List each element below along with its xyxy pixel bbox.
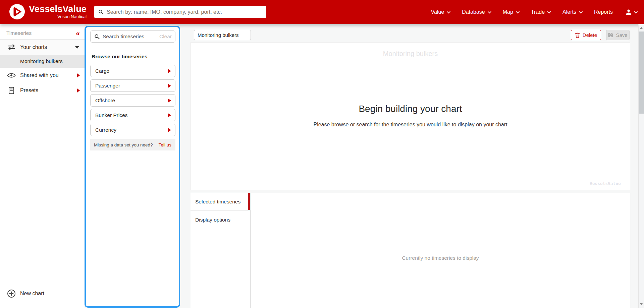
category-bunker-prices[interactable]: Bunker Prices [90, 109, 175, 121]
timeseries-detail-panel: Selected timeseries Display options Curr… [191, 193, 630, 308]
chart-title-watermark: Monitoring bulkers [191, 50, 630, 58]
chevron-down-icon [547, 10, 551, 13]
chart-credits-watermark: VesselsValue [590, 181, 621, 186]
browse-heading: Browse our timeseries [92, 54, 175, 60]
collapse-sidebar-icon[interactable]: « [76, 30, 80, 36]
global-search-input[interactable] [107, 9, 262, 15]
category-offshore[interactable]: Offshore [90, 94, 175, 107]
nav-database-label: Database [462, 9, 485, 15]
nav-alerts-label: Alerts [562, 9, 576, 15]
user-account-menu[interactable] [625, 9, 637, 15]
sidebar-item-shared-with-you[interactable]: Shared with you [0, 68, 85, 83]
search-icon [98, 9, 103, 14]
expand-right-icon [168, 113, 171, 117]
scroll-down-icon[interactable] [640, 303, 643, 305]
nav-reports-label: Reports [594, 9, 613, 15]
category-passenger[interactable]: Passenger [90, 79, 175, 92]
trash-icon [575, 32, 580, 38]
nav-map-label: Map [503, 9, 513, 15]
browse-timeseries-panel: Clear Browse our timeseries Cargo Passen… [85, 26, 180, 308]
your-charts-label: Your charts [20, 44, 47, 50]
chevron-down-icon [634, 10, 638, 13]
timeseries-sidebar: Timeseries « Your charts Monitoring bulk… [0, 24, 85, 308]
empty-chart-title: Begin building your chart [191, 104, 630, 114]
sidebar-header: Timeseries « [0, 24, 85, 39]
tab-label: Selected timeseries [195, 199, 240, 205]
timeseries-search-input[interactable] [103, 34, 156, 40]
presets-label: Presets [20, 87, 38, 94]
chevron-down-icon [579, 10, 583, 13]
save-label: Save [616, 32, 627, 38]
eye-icon [7, 72, 16, 78]
brand[interactable]: VesselsValue Veson Nautical [9, 4, 87, 19]
delete-button[interactable]: Delete [571, 30, 601, 40]
top-navigation-bar: VesselsValue Veson Nautical Value Databa… [0, 0, 644, 24]
primary-nav: Value Database Map Trade Alerts Reports [431, 0, 637, 24]
expand-right-icon [168, 84, 171, 88]
caret-down-icon [75, 46, 79, 49]
missing-dataset-row: Missing a data set you need? Tell us [90, 139, 175, 150]
chart-name-input[interactable] [194, 30, 251, 40]
tab-selected-timeseries[interactable]: Selected timeseries [191, 193, 250, 210]
vesselsvalue-logo-icon [9, 4, 25, 19]
expand-right-icon [168, 128, 171, 132]
brand-tagline: Veson Nautical [57, 14, 87, 19]
detail-tabs: Selected timeseries Display options [191, 193, 251, 308]
scroll-up-icon[interactable] [640, 27, 643, 29]
chevron-down-icon [447, 10, 450, 13]
user-icon [625, 9, 632, 15]
category-cargo[interactable]: Cargo [90, 65, 175, 77]
selected-timeseries-content: Currently no timeseries to display [251, 193, 630, 308]
chart-axis-line [195, 177, 627, 177]
vertical-scrollbar[interactable] [638, 24, 644, 308]
nav-database[interactable]: Database [462, 9, 490, 15]
clear-search-button[interactable]: Clear [159, 34, 172, 40]
category-currency[interactable]: Currency [90, 124, 175, 136]
tab-display-options[interactable]: Display options [191, 210, 250, 229]
shared-with-you-label: Shared with you [20, 72, 59, 78]
empty-timeseries-message: Currently no timeseries to display [251, 255, 630, 261]
nav-trade-label: Trade [531, 9, 545, 15]
expand-right-icon [168, 99, 171, 103]
save-button[interactable]: Save [606, 30, 630, 40]
nav-trade[interactable]: Trade [531, 9, 550, 15]
nav-value-label: Value [431, 9, 444, 15]
brand-name: VesselsValue [29, 4, 87, 14]
new-chart-button[interactable]: New chart [0, 287, 85, 301]
missing-dataset-text: Missing a data set you need? [94, 142, 153, 147]
expand-right-icon [77, 88, 80, 93]
chart-canvas: Monitoring bulkers Begin building your c… [191, 42, 630, 190]
search-icon [94, 34, 100, 39]
category-label: Passenger [95, 83, 120, 89]
sidebar-chart-monitoring-bulkers[interactable]: Monitoring bulkers [0, 55, 85, 68]
tab-label: Display options [195, 217, 230, 223]
nav-alerts[interactable]: Alerts [562, 9, 582, 15]
global-search [94, 6, 266, 18]
category-label: Currency [95, 127, 116, 133]
timeseries-search: Clear [90, 30, 175, 43]
plus-circle-icon [7, 289, 16, 298]
delete-label: Delete [583, 32, 597, 38]
chevron-down-icon [487, 10, 491, 13]
sidebar-item-presets[interactable]: Presets [0, 83, 85, 98]
expand-right-icon [77, 73, 80, 77]
category-label: Bunker Prices [95, 112, 127, 118]
expand-right-icon [168, 69, 171, 73]
empty-chart-subtitle: Please browse or search for the timeseri… [191, 122, 630, 128]
new-chart-label: New chart [20, 291, 44, 297]
swap-arrows-icon [7, 44, 16, 51]
save-floppy-icon [608, 33, 613, 38]
chart-item-label: Monitoring bulkers [20, 58, 63, 64]
app-root: VesselsValue Veson Nautical Value Databa… [0, 0, 644, 308]
sidebar-title: Timeseries [6, 30, 32, 36]
nav-reports[interactable]: Reports [594, 9, 613, 15]
category-label: Offshore [95, 98, 115, 104]
sidebar-item-your-charts[interactable]: Your charts [0, 39, 85, 55]
category-label: Cargo [95, 68, 109, 74]
chevron-down-icon [516, 10, 520, 13]
nav-value[interactable]: Value [431, 9, 450, 15]
presets-book-icon [7, 87, 16, 94]
tell-us-link[interactable]: Tell us [159, 142, 171, 147]
nav-map[interactable]: Map [503, 9, 519, 15]
scrollbar-thumb[interactable] [639, 32, 644, 114]
